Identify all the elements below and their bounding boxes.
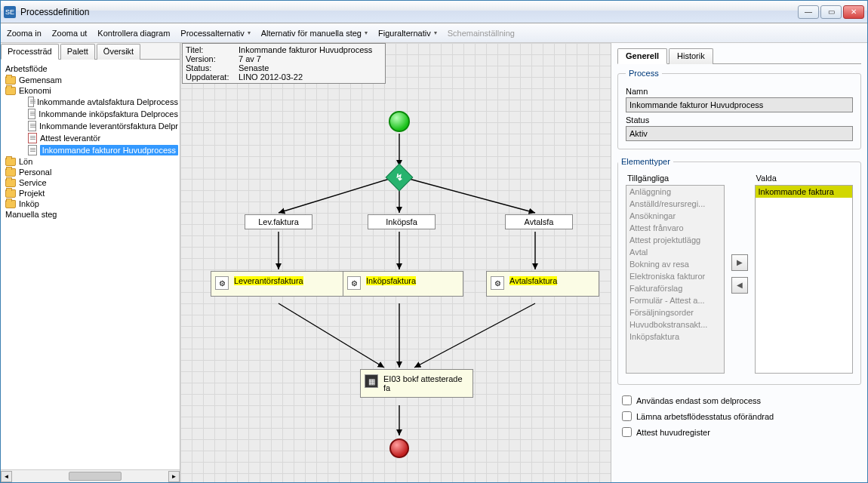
menu-schema-settings: Schemainställning	[448, 29, 515, 38]
svg-line-9	[414, 303, 535, 368]
tree-item[interactable]: Inkommande inköpsfaktura Delproces	[2, 108, 178, 120]
tab-history[interactable]: Historik	[669, 48, 713, 64]
folder-icon	[5, 87, 16, 95]
move-right-button[interactable]: ▶	[731, 254, 748, 271]
document-icon	[28, 121, 36, 131]
app-icon: SE	[4, 6, 16, 18]
menu-check-diagram[interactable]: Kontrollera diagram	[97, 29, 170, 38]
name-field[interactable]	[626, 97, 853, 112]
subprocess-icon: ⚙	[491, 276, 504, 290]
maximize-button[interactable]: ▭	[820, 5, 842, 19]
node-inkopsfaktura[interactable]: ⚙ Inköpsfaktura	[343, 271, 463, 297]
folder-icon	[5, 168, 16, 177]
list-item[interactable]: Försäljningsorder	[626, 306, 724, 318]
document-icon	[28, 97, 34, 107]
node-leverantorsfaktura[interactable]: ⚙ Leverantörsfaktura	[211, 271, 346, 297]
tree-item-selected[interactable]: Inkommande fakturor Huvudprocess	[2, 144, 178, 156]
status-field[interactable]	[626, 126, 853, 141]
app-window: SE Processdefinition — ▭ ✕ Zooma in Zoom…	[0, 0, 868, 483]
tree-gemensam[interactable]: Gemensam	[2, 75, 178, 85]
elementtypes-fieldset: Elementtyper Tillgängliga AnläggningAnst…	[617, 157, 861, 385]
subprocess-icon: ⚙	[215, 276, 229, 290]
folder-icon	[5, 179, 16, 187]
folder-icon	[5, 76, 16, 85]
tree-personal[interactable]: Personal	[2, 167, 178, 177]
menu-zoom-out[interactable]: Zooma ut	[52, 29, 87, 38]
document-icon	[28, 133, 37, 143]
node-avtal-small[interactable]: Avtalsfa	[505, 214, 573, 229]
list-item[interactable]: Avtal	[626, 246, 724, 258]
list-item[interactable]: Attest frånvaro	[626, 222, 724, 234]
check-attest[interactable]: Attest huvudregister	[617, 424, 861, 440]
menu-bar: Zooma in Zooma ut Kontrollera diagram Pr…	[1, 23, 867, 43]
diagram-canvas[interactable]: Titel:Inkommande fakturor Huvudprocess V…	[180, 43, 611, 482]
node-avtalsfaktura[interactable]: ⚙ Avtalsfaktura	[486, 271, 599, 297]
move-left-button[interactable]: ◀	[731, 277, 748, 294]
menu-zoom-in[interactable]: Zooma in	[7, 29, 42, 38]
scroll-right-icon[interactable]: ►	[168, 471, 180, 482]
list-item[interactable]: Fakturaförslag	[626, 282, 724, 294]
process-tree[interactable]: Arbetsflöde Gemensam Ekonomi Inkommande …	[1, 60, 180, 469]
menu-figure-options[interactable]: Figuralternativ	[378, 29, 437, 38]
list-item[interactable]: Formulär - Attest a...	[626, 294, 724, 306]
scroll-left-icon[interactable]: ◄	[1, 471, 12, 482]
diagram-info-box: Titel:Inkommande fakturor Huvudprocess V…	[182, 43, 386, 84]
selected-listbox[interactable]: Inkommande faktura	[755, 185, 854, 374]
svg-line-7	[279, 303, 384, 368]
list-item[interactable]: Anläggning	[626, 186, 724, 198]
list-item[interactable]: Huvudbokstransakt...	[626, 318, 724, 331]
tab-process-tree[interactable]: Processträd	[1, 44, 59, 60]
folder-icon	[5, 200, 16, 208]
list-item[interactable]: Ansökningar	[626, 210, 724, 222]
tree-hscrollbar[interactable]: ◄ ►	[1, 469, 180, 482]
tree-manuella[interactable]: Manuella steg	[2, 209, 178, 220]
name-label: Namn	[626, 87, 853, 96]
folder-icon	[5, 189, 16, 198]
process-fieldset: Process Namn Status	[617, 69, 861, 149]
tree-inkop[interactable]: Inköp	[2, 198, 178, 209]
tree-item[interactable]: Inkommande leverantörsfaktura Delpr	[2, 120, 178, 132]
svg-line-1	[279, 179, 389, 213]
selected-header: Valda	[755, 174, 854, 185]
available-header: Tillgängliga	[626, 174, 725, 185]
menu-manual-step-options[interactable]: Alternativ för manuella steg	[261, 29, 368, 38]
list-item[interactable]: Inköpsfaktura	[626, 331, 724, 343]
list-item[interactable]: Anställd/resursregi...	[626, 198, 724, 210]
scroll-thumb[interactable]	[69, 472, 122, 481]
check-workflowstatus[interactable]: Lämna arbetsflödesstatus oförändrad	[617, 408, 861, 424]
close-button[interactable]: ✕	[843, 5, 864, 19]
node-inkop-small[interactable]: Inköpsfa	[368, 214, 436, 229]
list-item[interactable]: Attest projektutlägg	[626, 234, 724, 246]
node-task[interactable]: ▦ EI03 bokf attesterade fa	[360, 369, 473, 398]
list-item[interactable]: Elektroniska fakturor	[626, 270, 724, 282]
check-delprocess[interactable]: Användas endast som delprocess	[617, 392, 861, 408]
tab-general[interactable]: Generell	[617, 48, 667, 64]
tree-projekt[interactable]: Projekt	[2, 188, 178, 198]
tab-palette[interactable]: Palett	[60, 44, 95, 60]
list-item[interactable]: Inkommande faktura	[756, 186, 853, 198]
document-icon	[28, 145, 37, 155]
task-icon: ▦	[365, 374, 378, 388]
node-lev-small[interactable]: Lev.faktura	[245, 214, 312, 229]
left-panel: Processträd Palett Översikt Arbetsflöde …	[1, 43, 180, 482]
flow-arrows	[180, 43, 611, 482]
status-label: Status	[626, 115, 853, 125]
end-event[interactable]	[389, 438, 409, 458]
tree-item[interactable]: Inkommande avtalsfaktura Delprocess	[2, 96, 178, 108]
start-event[interactable]	[389, 111, 410, 132]
tab-overview[interactable]: Översikt	[97, 44, 140, 60]
tree-service[interactable]: Service	[2, 177, 178, 188]
list-item[interactable]: Bokning av resa	[626, 258, 724, 270]
title-bar: SE Processdefinition — ▭ ✕	[1, 1, 867, 23]
minimize-button[interactable]: —	[798, 5, 819, 19]
subprocess-icon: ⚙	[347, 276, 361, 290]
properties-panel: Generell Historik Process Namn Status El…	[611, 43, 867, 482]
tree-item-attest[interactable]: Attest leverantör	[2, 132, 178, 144]
tree-root[interactable]: Arbetsflöde	[2, 63, 178, 75]
svg-line-3	[409, 179, 535, 213]
tree-ekonomi[interactable]: Ekonomi	[2, 85, 178, 96]
tree-lon[interactable]: Lön	[2, 156, 178, 167]
menu-process-options[interactable]: Processalternativ	[180, 29, 250, 38]
available-listbox[interactable]: AnläggningAnställd/resursregi...Ansöknin…	[626, 185, 725, 374]
window-title: Processdefinition	[20, 7, 798, 17]
